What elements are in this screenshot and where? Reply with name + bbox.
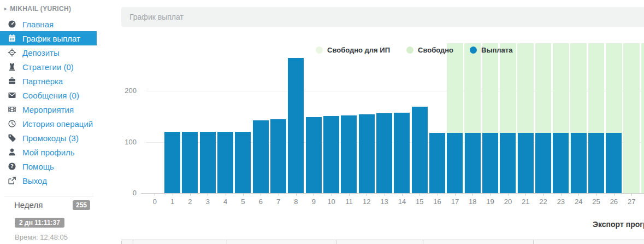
x-axis-label: 7 — [270, 197, 287, 206]
y-axis-label: 200 — [109, 86, 137, 95]
x-axis-line — [141, 193, 644, 194]
sidebar-item-10[interactable]: Мой профиль — [0, 145, 97, 159]
x-axis-tick — [314, 194, 314, 196]
x-axis-label: 3 — [199, 197, 216, 206]
payment-bar-14[interactable] — [394, 113, 410, 193]
payment-bar-16[interactable] — [429, 133, 445, 193]
payment-bar-2[interactable] — [182, 132, 198, 193]
logout-icon — [8, 176, 17, 185]
calendar-icon — [8, 34, 17, 43]
crosshair-icon — [8, 48, 17, 57]
sidebar-item-label: Мой профиль — [22, 148, 75, 157]
briefcase-icon — [8, 77, 17, 85]
payment-bar-8[interactable] — [288, 58, 304, 193]
x-axis-label: 18 — [464, 197, 481, 206]
x-axis-tick — [173, 194, 173, 196]
film-icon — [8, 105, 17, 114]
x-axis-label: 16 — [429, 197, 446, 206]
table-header-row — [121, 240, 644, 244]
sidebar-item-8[interactable]: История операций — [0, 117, 97, 131]
sidebar-item-label: Выход — [22, 176, 47, 185]
payment-bar-3[interactable] — [200, 132, 216, 193]
payment-bar-17[interactable] — [447, 133, 463, 193]
legend-dot-icon — [470, 47, 477, 54]
sidebar-item-label: История операций — [22, 119, 93, 129]
x-axis-label: 15 — [411, 197, 428, 206]
sidebar-item-11[interactable]: ?Помощь — [0, 159, 97, 173]
rook-icon — [8, 62, 17, 71]
sidebar-item-label: Партнёрка — [22, 77, 63, 86]
payment-bar-7[interactable] — [270, 119, 286, 193]
sidebar-item-12[interactable]: Выход — [0, 173, 97, 188]
user-menu[interactable]: ▸MIKHAIL (YURICH) — [4, 5, 71, 13]
sidebar-item-1[interactable]: Главная — [0, 17, 97, 31]
sidebar-item-2[interactable]: График выплат — [0, 31, 97, 45]
payment-bar-11[interactable] — [341, 115, 357, 193]
sidebar-item-9[interactable]: Промокоды (3) — [0, 131, 97, 145]
x-axis-label: 13 — [376, 197, 393, 206]
sidebar-item-7[interactable]: Мероприятия — [0, 102, 97, 117]
gridline-y200 — [146, 91, 644, 91]
sidebar-item-3[interactable]: Депозиты — [0, 45, 97, 60]
x-axis-tick — [525, 194, 526, 196]
payment-bar-12[interactable] — [359, 114, 375, 193]
sidebar-nav: ГлавнаяГрафик выплатДепозитыСтратегии (0… — [0, 17, 115, 188]
x-axis-tick — [420, 194, 420, 196]
x-axis-label: 6 — [252, 197, 269, 206]
legend-item-3[interactable]: Выплата — [470, 46, 512, 54]
payment-bar-10[interactable] — [323, 116, 339, 193]
sidebar-item-label: Помощь — [22, 162, 54, 171]
payment-bar-18[interactable] — [465, 133, 481, 193]
x-axis-label: 20 — [499, 197, 517, 206]
sidebar-item-5[interactable]: Партнёрка — [0, 74, 97, 88]
question-icon: ? — [8, 162, 17, 171]
payment-bar-13[interactable] — [376, 113, 392, 193]
payment-bar-9[interactable] — [306, 117, 322, 193]
sidebar-item-6[interactable]: Сообщения (0) — [0, 88, 97, 102]
user-name: MIKHAIL (YURICH) — [10, 5, 71, 13]
x-axis-tick — [261, 194, 261, 196]
legend-item-2[interactable]: Свободно — [406, 46, 453, 54]
payment-bar-26[interactable] — [606, 133, 622, 193]
payment-bar-20[interactable] — [500, 133, 516, 193]
payment-bar-23[interactable] — [553, 133, 569, 193]
x-axis-tick — [596, 194, 597, 196]
payment-bar-25[interactable] — [588, 133, 604, 193]
x-axis-label: 17 — [446, 197, 464, 206]
table-header-cell — [336, 240, 423, 244]
panel-header: График выплат — [121, 7, 644, 27]
x-axis-tick — [438, 194, 438, 196]
payment-bar-22[interactable] — [535, 133, 551, 193]
export-link[interactable]: Экспорт програ — [593, 220, 644, 229]
week-badge: 255 — [73, 200, 90, 210]
legend-item-1[interactable]: Свободно для ИП — [316, 46, 390, 54]
x-axis-label: 22 — [535, 197, 552, 206]
payment-bar-4[interactable] — [217, 132, 233, 193]
x-axis-tick — [296, 194, 297, 196]
x-axis-tick — [561, 194, 562, 196]
sidebar-item-label: Депозиты — [22, 48, 60, 57]
free-band-bar-28[interactable] — [641, 43, 644, 193]
dashboard-icon — [8, 20, 17, 28]
x-axis-label: 27 — [623, 197, 640, 206]
x-axis-label: 12 — [358, 197, 375, 206]
table-header-cell — [133, 240, 227, 244]
x-axis-tick — [543, 194, 544, 196]
payment-bar-19[interactable] — [482, 133, 498, 193]
payment-bar-5[interactable] — [235, 132, 251, 193]
svg-text:?: ? — [10, 163, 14, 169]
sidebar-item-4[interactable]: Стратегии (0) — [0, 60, 97, 74]
payment-bar-15[interactable] — [412, 107, 428, 193]
payment-bar-21[interactable] — [518, 133, 534, 193]
x-axis-tick — [279, 194, 279, 196]
payment-bar-6[interactable] — [253, 120, 269, 193]
legend-label: Выплата — [481, 46, 512, 54]
y-axis-label: 0 — [109, 189, 137, 197]
payment-bar-1[interactable] — [164, 132, 180, 193]
legend-dot-icon — [406, 47, 413, 54]
payment-bar-24[interactable] — [571, 133, 587, 193]
x-axis-label: 2 — [181, 197, 199, 206]
envelope-icon — [8, 91, 17, 100]
x-axis-tick — [226, 194, 226, 196]
free-band-bar-27[interactable] — [623, 43, 640, 193]
